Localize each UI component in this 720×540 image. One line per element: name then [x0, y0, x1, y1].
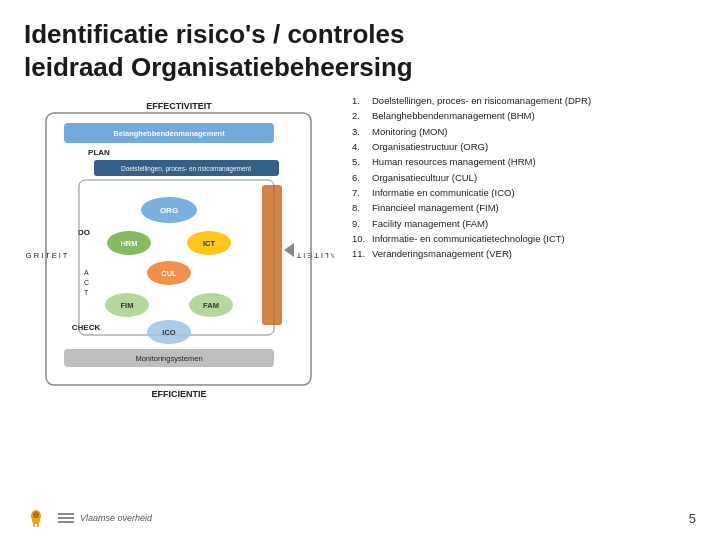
svg-text:Doelstellingen, proces- en ris: Doelstellingen, proces- en risicomanagem…	[121, 165, 251, 173]
page-title: Identificatie risico's / controles leidr…	[24, 18, 696, 83]
list-item: 5. Human resources management (HRM)	[352, 156, 696, 171]
svg-rect-18	[262, 185, 282, 325]
diagram-area: EFFECTIVITEIT EFFICIENTIE I N T E G R I …	[24, 95, 344, 409]
svg-marker-34	[284, 243, 294, 257]
svg-text:K W A L I T E I T: K W A L I T E I T	[296, 251, 334, 260]
svg-text:ORG: ORG	[160, 206, 178, 215]
list-item: 4. Organisatiestructuur (ORG)	[352, 141, 696, 156]
page-number: 5	[689, 511, 696, 526]
svg-text:T: T	[84, 289, 89, 296]
footer-lines	[58, 513, 74, 523]
svg-text:Monitoringsystemen: Monitoringsystemen	[135, 354, 202, 363]
list-item: 6. Organisatiecultuur (CUL)	[352, 172, 696, 187]
list-item: 10. Informatie- en communicatietechnolog…	[352, 233, 696, 248]
svg-text:Belanghebbendenmanagement: Belanghebbendenmanagement	[113, 129, 225, 138]
svg-point-37	[34, 514, 35, 515]
svg-text:Veranderings-systemen: Veranderings-systemen	[331, 223, 334, 286]
brand-label: Vlaamse overheid	[80, 513, 152, 523]
page: Identificatie risico's / controles leidr…	[0, 0, 720, 540]
svg-text:CUL: CUL	[161, 269, 177, 278]
svg-point-36	[33, 511, 39, 519]
list-item: 9. Facility management (FAM)	[352, 218, 696, 233]
list-item: 7. Informatie en communicatie (ICO)	[352, 187, 696, 202]
list-item: 3. Monitoring (MON)	[352, 126, 696, 141]
list-item: 11. Veranderingsmanagement (VER)	[352, 248, 696, 263]
svg-text:FIM: FIM	[121, 301, 134, 310]
lion-icon	[24, 506, 48, 530]
content-area: EFFECTIVITEIT EFFICIENTIE I N T E G R I …	[24, 95, 696, 409]
footer-brand: Vlaamse overheid	[24, 506, 152, 530]
svg-text:PLAN: PLAN	[88, 148, 110, 157]
svg-text:CHECK: CHECK	[72, 323, 101, 332]
svg-text:HRM: HRM	[120, 239, 137, 248]
svg-text:ICT: ICT	[203, 239, 216, 248]
list-item: 1. Doelstellingen, proces- en risicomana…	[352, 95, 696, 110]
list-table: 1. Doelstellingen, proces- en risicomana…	[352, 95, 696, 264]
svg-text:C: C	[84, 279, 89, 286]
svg-text:DO: DO	[78, 228, 90, 237]
footer: Vlaamse overheid 5	[24, 506, 696, 530]
svg-text:EFFECTIVITEIT: EFFECTIVITEIT	[146, 101, 212, 111]
svg-point-38	[37, 514, 38, 515]
svg-text:FAM: FAM	[203, 301, 219, 310]
list-item: 8. Financieel management (FIM)	[352, 202, 696, 217]
svg-text:ICO: ICO	[162, 328, 176, 337]
svg-text:A: A	[84, 269, 89, 276]
numbered-list: 1. Doelstellingen, proces- en risicomana…	[344, 95, 696, 264]
list-item: 2. Belanghebbendenmanagement (BHM)	[352, 110, 696, 125]
svg-text:EFFICIENTIE: EFFICIENTIE	[151, 389, 206, 399]
